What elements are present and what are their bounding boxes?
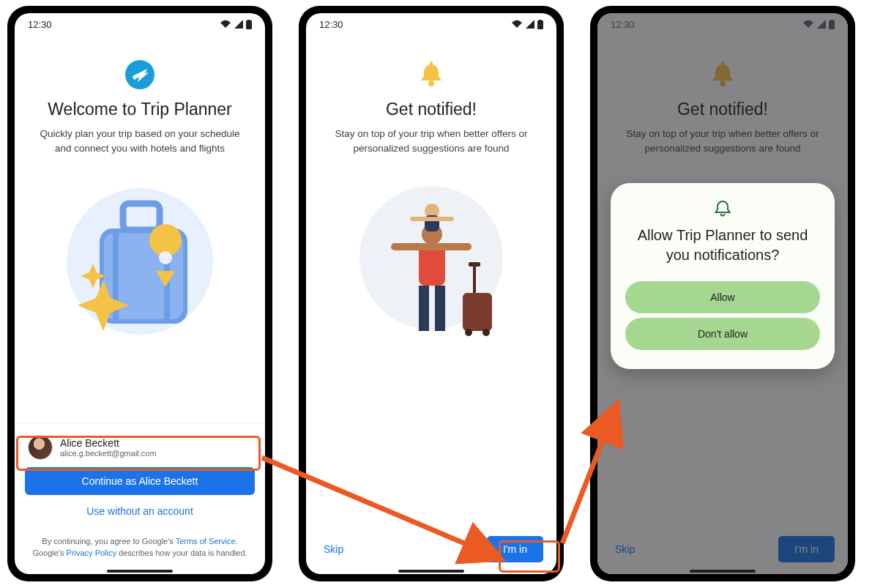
account-row[interactable]: Alice Beckett alice.g.beckett@gmail.com <box>25 431 255 467</box>
cell-signal-icon <box>526 20 534 29</box>
airplane-icon <box>125 60 154 92</box>
svg-rect-24 <box>473 265 476 293</box>
skip-button[interactable]: Skip <box>319 537 348 561</box>
allow-button[interactable]: Allow <box>625 281 820 313</box>
screen-notify-prompt: 12:30 Get notified! Stay on top of your <box>306 13 556 574</box>
status-time: 12:30 <box>319 19 343 30</box>
svg-rect-22 <box>410 217 454 221</box>
onboarding-content: Get notified! Stay on top of your trip w… <box>306 35 556 529</box>
svg-rect-10 <box>537 21 543 29</box>
svg-rect-1 <box>247 20 250 21</box>
svg-rect-25 <box>469 262 480 267</box>
welcome-title: Welcome to Trip Planner <box>48 100 231 119</box>
im-in-button[interactable]: I'm in <box>487 536 543 562</box>
screen-welcome: 12:30 Welcome to Trip Planner Quickly pl… <box>15 13 265 574</box>
legal-text: By continuing, you agree to Google's Ter… <box>15 524 265 567</box>
account-email: alice.g.beckett@gmail.com <box>60 449 157 458</box>
nav-handle[interactable] <box>107 570 173 573</box>
traveler-illustration <box>347 170 515 346</box>
status-time: 12:30 <box>28 19 52 30</box>
terms-link[interactable]: Terms of Service <box>176 537 236 546</box>
welcome-subtitle: Quickly plan your trip based on your sch… <box>31 127 249 155</box>
notify-title: Get notified! <box>386 100 477 119</box>
onboarding-content: Welcome to Trip Planner Quickly plan you… <box>15 35 265 423</box>
status-icons <box>511 20 543 29</box>
privacy-link[interactable]: Privacy Policy <box>67 548 116 557</box>
svg-point-12 <box>428 81 434 86</box>
svg-rect-13 <box>430 62 433 66</box>
account-name: Alice Beckett <box>60 437 157 449</box>
battery-icon <box>246 20 252 29</box>
screen-permission-dialog: 12:30 Get notified! Stay on top of your <box>597 13 848 574</box>
battery-icon <box>537 20 543 29</box>
suitcase-illustration <box>56 170 224 338</box>
svg-rect-19 <box>391 243 472 250</box>
status-bar: 12:30 <box>15 13 265 35</box>
svg-rect-16 <box>419 286 429 331</box>
nav-handle[interactable] <box>398 570 464 573</box>
phone-frame-2: 12:30 Get notified! Stay on top of your <box>299 6 564 581</box>
phone-frame-1: 12:30 Welcome to Trip Planner Quickly pl… <box>7 6 272 581</box>
avatar <box>28 435 53 460</box>
svg-rect-17 <box>435 286 445 331</box>
bottom-bar: Skip I'm in <box>306 529 556 567</box>
cell-signal-icon <box>234 20 243 29</box>
bell-icon <box>417 60 446 92</box>
continue-button[interactable]: Continue as Alice Beckett <box>25 467 255 495</box>
svg-rect-0 <box>246 21 252 29</box>
notify-subtitle: Stay on top of your trip when better off… <box>322 127 540 155</box>
status-bar: 12:30 <box>306 13 556 35</box>
status-icons <box>220 20 252 29</box>
svg-rect-23 <box>463 293 492 331</box>
dont-allow-button[interactable]: Don't allow <box>625 318 820 350</box>
wifi-icon <box>511 20 523 29</box>
use-without-account-button[interactable]: Use without an account <box>25 495 255 524</box>
wifi-icon <box>220 20 231 29</box>
permission-dialog: Allow Trip Planner to send you notificat… <box>611 183 835 369</box>
account-section: Alice Beckett alice.g.beckett@gmail.com … <box>15 423 265 524</box>
svg-point-9 <box>159 251 172 264</box>
svg-point-26 <box>465 329 472 336</box>
svg-point-27 <box>482 329 490 336</box>
dialog-title: Allow Trip Planner to send you notificat… <box>625 226 820 265</box>
bell-outline-icon <box>625 199 820 218</box>
svg-rect-11 <box>539 20 542 21</box>
phone-frame-3: 12:30 Get notified! Stay on top of your <box>590 6 855 581</box>
